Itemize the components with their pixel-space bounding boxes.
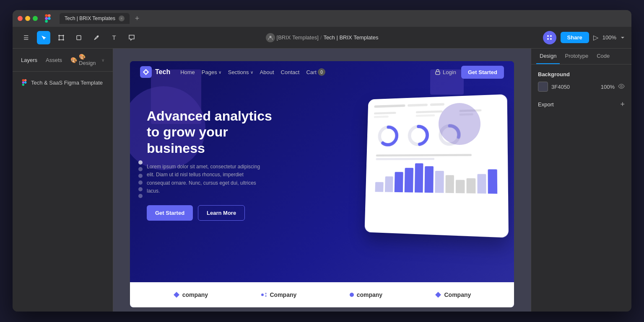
traffic-lights: [18, 16, 38, 21]
scroll-dot: [138, 167, 143, 171]
play-button[interactable]: ▷: [593, 33, 598, 41]
frame-tool[interactable]: [55, 31, 68, 44]
export-label: Export: [538, 101, 554, 108]
hero-cta-button[interactable]: Get Started: [147, 205, 193, 221]
breadcrumb: [BRIX Templates] / Tech | BRIX Templates: [266, 33, 379, 42]
design-caret-icon: ∨: [101, 58, 104, 62]
hero-description: Lorem ipsum dolor sit amet, consectetur …: [147, 163, 264, 195]
nav-pages[interactable]: Pages ∨: [202, 69, 221, 75]
nav-cart[interactable]: Cart 0: [306, 68, 325, 76]
company-diamond-2-icon: [435, 291, 441, 298]
tab-title: Tech | BRIX Templates: [65, 15, 115, 21]
nav-actions: Login Get Started: [435, 66, 504, 79]
comment-tool[interactable]: [125, 31, 138, 44]
code-tab[interactable]: Code: [593, 49, 613, 64]
shape-tool[interactable]: [72, 31, 86, 44]
svg-point-33: [621, 85, 622, 87]
design-tab[interactable]: 🎨 🎨 Design ∨: [67, 52, 108, 68]
nav-cta-button[interactable]: Get Started: [461, 66, 504, 79]
visibility-toggle-icon[interactable]: [618, 83, 625, 90]
tab-area: Tech | BRIX Templates × +: [60, 13, 143, 24]
sections-chevron-icon: ∨: [250, 70, 253, 75]
new-tab-button[interactable]: +: [131, 13, 143, 24]
right-panel-content: Background 3F4050 100%: [531, 64, 631, 312]
company-logo-1: company: [173, 291, 208, 298]
nav-sections[interactable]: Sections ∨: [228, 69, 253, 75]
pages-chevron-icon: ∨: [218, 70, 221, 75]
design-emoji-icon: 🎨: [70, 57, 77, 63]
canvas-area[interactable]: Tech Home Pages ∨ Sections ∨: [113, 49, 531, 312]
scroll-dot: [138, 174, 143, 178]
layers-tab[interactable]: Layers: [18, 55, 41, 65]
add-export-button[interactable]: +: [620, 100, 625, 109]
export-section: Export +: [538, 100, 625, 109]
breadcrumb-user: [BRIX Templates]: [277, 34, 319, 41]
active-tab[interactable]: Tech | BRIX Templates ×: [60, 13, 130, 24]
svg-point-15: [97, 36, 99, 37]
title-bar: Tech | BRIX Templates × +: [13, 10, 631, 27]
company-logo-2: Company: [261, 291, 297, 298]
toolbar-left: ☰: [19, 31, 218, 44]
layer-name: Tech & SaaS Figma Template: [31, 80, 103, 86]
lock-icon: [435, 69, 440, 75]
tab-close-button[interactable]: ×: [119, 15, 125, 21]
color-swatch[interactable]: [538, 82, 548, 92]
text-tool[interactable]: T: [107, 31, 121, 44]
design-properties-tab[interactable]: Design: [536, 49, 560, 64]
svg-rect-2: [45, 17, 48, 20]
svg-point-32: [350, 293, 354, 297]
right-panel: Design Prototype Code Background 3F4050 …: [531, 49, 631, 312]
export-row: Export +: [538, 100, 625, 109]
hero-section: Advanced analytics to grow your business…: [130, 83, 514, 276]
nav-contact[interactable]: Contact: [281, 69, 300, 75]
user-avatar-icon: [266, 33, 275, 42]
logo-icon: [140, 66, 152, 78]
left-panel-tabs: Layers Assets 🎨 🎨 Design ∨: [13, 49, 113, 72]
svg-rect-20: [22, 84, 24, 86]
close-button[interactable]: [18, 16, 23, 21]
svg-point-30: [265, 293, 267, 294]
select-tool[interactable]: [37, 31, 50, 44]
cart-badge: 0: [318, 68, 325, 76]
svg-rect-3: [45, 20, 48, 23]
svg-rect-5: [59, 36, 63, 40]
site-navbar: Tech Home Pages ∨ Sections ∨: [130, 61, 514, 83]
nav-home[interactable]: Home: [180, 69, 195, 75]
nav-login[interactable]: Login: [435, 69, 456, 75]
nav-about[interactable]: About: [260, 69, 274, 75]
svg-rect-22: [436, 72, 440, 75]
toolbar: ☰: [13, 27, 631, 49]
svg-point-4: [48, 17, 51, 20]
color-opacity-value: 100%: [601, 84, 615, 90]
app-body: ☰: [13, 27, 631, 312]
maximize-button[interactable]: [33, 16, 38, 21]
company-logo-3: company: [349, 291, 382, 298]
left-panel: Layers Assets 🎨 🎨 Design ∨: [13, 49, 113, 312]
company-dots-icon: [261, 292, 267, 297]
breadcrumb-file: Tech | BRIX Templates: [323, 34, 378, 41]
scroll-dot: [138, 194, 143, 198]
figma-icon: [44, 14, 51, 23]
zoom-control[interactable]: 100%: [602, 34, 616, 41]
background-section: Background 3F4050 100%: [538, 71, 625, 92]
hero-learn-more-button[interactable]: Learn More: [198, 205, 245, 221]
team-avatar[interactable]: [543, 31, 556, 44]
background-color-row: 3F4050 100%: [538, 82, 625, 92]
logo-text: Tech: [155, 68, 170, 76]
figma-layer-icon: [21, 79, 28, 86]
main-area: Layers Assets 🎨 🎨 Design ∨: [13, 49, 631, 312]
scroll-dot: [138, 180, 143, 185]
layer-item[interactable]: Tech & SaaS Figma Template: [18, 77, 108, 88]
prototype-tab[interactable]: Prototype: [561, 49, 592, 64]
company-diamond-icon: [173, 291, 180, 298]
minimize-button[interactable]: [25, 16, 30, 21]
right-panel-tabs: Design Prototype Code: [531, 49, 631, 64]
svg-point-31: [265, 295, 267, 297]
toolbar-center: [BRIX Templates] / Tech | BRIX Templates: [223, 33, 421, 42]
share-button[interactable]: Share: [561, 32, 589, 43]
pen-tool[interactable]: [90, 31, 103, 44]
menu-button[interactable]: ☰: [19, 31, 33, 44]
svg-point-29: [261, 294, 264, 296]
svg-point-21: [24, 81, 26, 83]
assets-tab[interactable]: Assets: [42, 55, 65, 65]
